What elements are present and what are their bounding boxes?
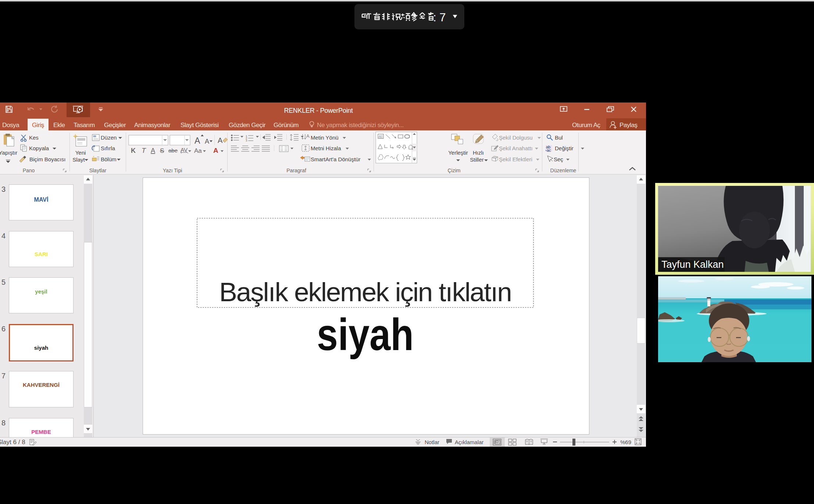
svg-text:abe: abe: [168, 147, 178, 154]
svg-text:%69: %69: [620, 439, 631, 445]
svg-text:Şekil Dolgusu: Şekil Dolgusu: [499, 134, 533, 141]
svg-text:Açıklamalar: Açıklamalar: [455, 439, 483, 445]
svg-text:RENKLER - PowerPoint: RENKLER - PowerPoint: [284, 107, 353, 114]
svg-text:Şekil Efektleri: Şekil Efektleri: [499, 156, 532, 162]
svg-text:Paragraf: Paragraf: [286, 168, 306, 173]
svg-text:Slayt: Slayt: [72, 156, 85, 163]
svg-text:Notlar: Notlar: [425, 439, 439, 445]
svg-text:Düzenleme: Düzenleme: [550, 168, 576, 173]
svg-text:Pano: Pano: [23, 168, 35, 173]
svg-text:: 7: : 7: [433, 11, 446, 24]
svg-text:A: A: [194, 136, 200, 145]
svg-text:Sıfırla: Sıfırla: [101, 145, 115, 151]
svg-text:Slaytlar: Slaytlar: [89, 168, 107, 173]
svg-text:Biçim Boyacısı: Biçim Boyacısı: [29, 156, 65, 162]
svg-text:A: A: [218, 136, 223, 144]
svg-text:SmartArt'a Dönüştür: SmartArt'a Dönüştür: [311, 156, 360, 162]
svg-text:T: T: [142, 147, 146, 154]
svg-text:ac: ac: [547, 148, 551, 152]
svg-text:Çizim: Çizim: [448, 168, 461, 173]
svg-text:Metin Yönü: Metin Yönü: [311, 134, 339, 141]
svg-text:Seç: Seç: [554, 156, 563, 162]
svg-text:K: K: [131, 147, 136, 154]
svg-text:Şekil Anahattı: Şekil Anahattı: [499, 145, 533, 151]
svg-text:A: A: [213, 147, 218, 154]
svg-text:Kes: Kes: [29, 134, 39, 141]
svg-text:Değiştir: Değiştir: [555, 145, 574, 151]
svg-text:A: A: [379, 134, 381, 138]
svg-text:Yeni: Yeni: [75, 150, 86, 156]
svg-text:A: A: [205, 138, 209, 145]
svg-text:Yerleştir: Yerleştir: [448, 150, 468, 156]
svg-text:A: A: [306, 133, 310, 139]
svg-text:Aa: Aa: [194, 147, 202, 154]
svg-text:3: 3: [246, 139, 247, 142]
svg-text:S: S: [160, 147, 164, 154]
svg-text:Metni Hizala: Metni Hizala: [311, 145, 341, 151]
svg-text:Kopyala: Kopyala: [29, 145, 49, 151]
svg-text:Yazı Tipi: Yazı Tipi: [163, 168, 182, 173]
svg-text:A: A: [151, 147, 155, 154]
svg-text:Bul: Bul: [555, 134, 563, 141]
svg-text:Düzen: Düzen: [101, 134, 117, 141]
svg-text:Hızlı: Hızlı: [473, 150, 484, 156]
svg-text:Yapıştır: Yapıştır: [0, 150, 17, 156]
svg-text:Stiller: Stiller: [470, 156, 484, 163]
svg-text:Slayt 6 / 8: Slayt 6 / 8: [0, 439, 25, 446]
svg-text:Bölüm: Bölüm: [101, 156, 117, 162]
